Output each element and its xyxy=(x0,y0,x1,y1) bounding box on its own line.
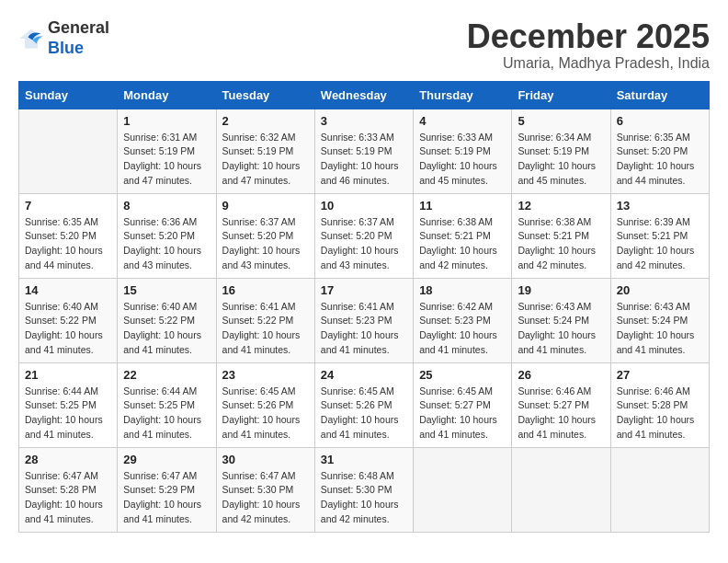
calendar-week-row: 1Sunrise: 6:31 AMSunset: 5:19 PMDaylight… xyxy=(19,109,710,193)
calendar-cell: 21Sunrise: 6:44 AMSunset: 5:25 PMDayligh… xyxy=(19,362,118,447)
day-info: Sunrise: 6:40 AMSunset: 5:22 PMDaylight:… xyxy=(123,300,210,358)
day-info: Sunrise: 6:43 AMSunset: 5:24 PMDaylight:… xyxy=(518,300,604,358)
day-number: 19 xyxy=(518,283,604,297)
day-number: 15 xyxy=(123,283,210,297)
day-number: 30 xyxy=(222,453,309,466)
calendar-cell: 20Sunrise: 6:43 AMSunset: 5:24 PMDayligh… xyxy=(610,278,709,362)
day-number: 31 xyxy=(321,453,407,466)
calendar-cell: 30Sunrise: 6:47 AMSunset: 5:30 PMDayligh… xyxy=(216,447,314,532)
calendar-cell: 8Sunrise: 6:36 AMSunset: 5:20 PMDaylight… xyxy=(118,193,216,278)
day-info: Sunrise: 6:41 AMSunset: 5:23 PMDaylight:… xyxy=(321,300,407,358)
day-number: 11 xyxy=(419,199,506,213)
calendar-cell: 9Sunrise: 6:37 AMSunset: 5:20 PMDaylight… xyxy=(216,193,314,278)
calendar-cell: 10Sunrise: 6:37 AMSunset: 5:20 PMDayligh… xyxy=(314,193,413,278)
calendar-cell: 1Sunrise: 6:31 AMSunset: 5:19 PMDaylight… xyxy=(118,109,216,193)
day-info: Sunrise: 6:44 AMSunset: 5:25 PMDaylight:… xyxy=(25,385,111,442)
title-block: December 2025 Umaria, Madhya Pradesh, In… xyxy=(467,18,710,72)
day-number: 25 xyxy=(419,368,506,382)
day-info: Sunrise: 6:32 AMSunset: 5:19 PMDaylight:… xyxy=(222,131,309,189)
calendar-cell: 5Sunrise: 6:34 AMSunset: 5:19 PMDaylight… xyxy=(512,109,610,193)
day-info: Sunrise: 6:33 AMSunset: 5:19 PMDaylight:… xyxy=(321,131,407,189)
day-info: Sunrise: 6:40 AMSunset: 5:22 PMDaylight:… xyxy=(25,300,111,358)
calendar-cell: 29Sunrise: 6:47 AMSunset: 5:29 PMDayligh… xyxy=(118,447,216,532)
calendar-week-row: 14Sunrise: 6:40 AMSunset: 5:22 PMDayligh… xyxy=(19,278,710,362)
day-number: 5 xyxy=(518,114,604,128)
month-title: December 2025 xyxy=(467,18,710,55)
calendar-cell xyxy=(610,447,709,532)
day-number: 20 xyxy=(617,283,703,297)
day-number: 18 xyxy=(419,283,506,297)
calendar-cell: 2Sunrise: 6:32 AMSunset: 5:19 PMDaylight… xyxy=(216,109,314,193)
calendar-cell: 14Sunrise: 6:40 AMSunset: 5:22 PMDayligh… xyxy=(19,278,118,362)
day-info: Sunrise: 6:31 AMSunset: 5:19 PMDaylight:… xyxy=(123,131,210,189)
day-number: 14 xyxy=(25,283,111,297)
day-info: Sunrise: 6:35 AMSunset: 5:20 PMDaylight:… xyxy=(25,215,111,273)
day-number: 9 xyxy=(222,199,309,213)
day-number: 21 xyxy=(25,368,111,382)
day-number: 16 xyxy=(222,283,309,297)
day-number: 29 xyxy=(123,453,210,466)
day-number: 7 xyxy=(25,199,111,213)
page-header: General Blue December 2025 Umaria, Madhy… xyxy=(18,18,710,72)
day-info: Sunrise: 6:47 AMSunset: 5:29 PMDaylight:… xyxy=(123,469,210,527)
day-number: 26 xyxy=(518,368,604,382)
day-info: Sunrise: 6:36 AMSunset: 5:20 PMDaylight:… xyxy=(123,215,210,273)
day-number: 10 xyxy=(321,199,407,213)
calendar-week-row: 28Sunrise: 6:47 AMSunset: 5:28 PMDayligh… xyxy=(19,447,710,532)
day-info: Sunrise: 6:39 AMSunset: 5:21 PMDaylight:… xyxy=(617,215,703,273)
calendar-cell: 28Sunrise: 6:47 AMSunset: 5:28 PMDayligh… xyxy=(19,447,118,532)
calendar-cell: 19Sunrise: 6:43 AMSunset: 5:24 PMDayligh… xyxy=(512,278,610,362)
day-number: 17 xyxy=(321,283,407,297)
day-of-week-header: Saturday xyxy=(610,81,709,109)
calendar-cell xyxy=(19,109,118,193)
day-info: Sunrise: 6:38 AMSunset: 5:21 PMDaylight:… xyxy=(518,215,604,273)
day-info: Sunrise: 6:45 AMSunset: 5:26 PMDaylight:… xyxy=(222,385,309,442)
calendar-cell: 4Sunrise: 6:33 AMSunset: 5:19 PMDaylight… xyxy=(414,109,512,193)
day-of-week-header: Monday xyxy=(118,81,216,109)
day-info: Sunrise: 6:37 AMSunset: 5:20 PMDaylight:… xyxy=(321,215,407,273)
calendar-cell: 12Sunrise: 6:38 AMSunset: 5:21 PMDayligh… xyxy=(512,193,610,278)
day-info: Sunrise: 6:47 AMSunset: 5:28 PMDaylight:… xyxy=(25,469,111,527)
calendar-cell: 7Sunrise: 6:35 AMSunset: 5:20 PMDaylight… xyxy=(19,193,118,278)
day-info: Sunrise: 6:34 AMSunset: 5:19 PMDaylight:… xyxy=(518,131,604,189)
calendar-cell: 25Sunrise: 6:45 AMSunset: 5:27 PMDayligh… xyxy=(414,362,512,447)
day-number: 22 xyxy=(123,368,210,382)
day-number: 1 xyxy=(123,114,210,128)
day-info: Sunrise: 6:33 AMSunset: 5:19 PMDaylight:… xyxy=(419,131,506,189)
day-info: Sunrise: 6:47 AMSunset: 5:30 PMDaylight:… xyxy=(222,469,309,527)
day-info: Sunrise: 6:45 AMSunset: 5:27 PMDaylight:… xyxy=(419,385,506,442)
day-number: 24 xyxy=(321,368,407,382)
day-info: Sunrise: 6:46 AMSunset: 5:27 PMDaylight:… xyxy=(518,385,604,442)
calendar-cell xyxy=(414,447,512,532)
day-number: 23 xyxy=(222,368,309,382)
day-number: 3 xyxy=(321,114,407,128)
calendar-cell: 6Sunrise: 6:35 AMSunset: 5:20 PMDaylight… xyxy=(610,109,709,193)
day-of-week-header: Sunday xyxy=(19,81,118,109)
day-number: 4 xyxy=(419,114,506,128)
calendar-cell: 22Sunrise: 6:44 AMSunset: 5:25 PMDayligh… xyxy=(118,362,216,447)
day-info: Sunrise: 6:44 AMSunset: 5:25 PMDaylight:… xyxy=(123,385,210,442)
day-number: 28 xyxy=(25,453,111,466)
calendar-header-row: SundayMondayTuesdayWednesdayThursdayFrid… xyxy=(19,81,710,109)
logo-icon xyxy=(18,26,44,52)
calendar-cell: 26Sunrise: 6:46 AMSunset: 5:27 PMDayligh… xyxy=(512,362,610,447)
day-info: Sunrise: 6:48 AMSunset: 5:30 PMDaylight:… xyxy=(321,469,407,527)
calendar-cell xyxy=(512,447,610,532)
day-number: 8 xyxy=(123,199,210,213)
calendar-cell: 24Sunrise: 6:45 AMSunset: 5:26 PMDayligh… xyxy=(314,362,413,447)
day-info: Sunrise: 6:42 AMSunset: 5:23 PMDaylight:… xyxy=(419,300,506,358)
day-of-week-header: Wednesday xyxy=(314,81,413,109)
calendar-cell: 31Sunrise: 6:48 AMSunset: 5:30 PMDayligh… xyxy=(314,447,413,532)
calendar-body: 1Sunrise: 6:31 AMSunset: 5:19 PMDaylight… xyxy=(19,109,710,532)
calendar-cell: 15Sunrise: 6:40 AMSunset: 5:22 PMDayligh… xyxy=(118,278,216,362)
calendar-week-row: 7Sunrise: 6:35 AMSunset: 5:20 PMDaylight… xyxy=(19,193,710,278)
calendar-cell: 3Sunrise: 6:33 AMSunset: 5:19 PMDaylight… xyxy=(314,109,413,193)
day-number: 12 xyxy=(518,199,604,213)
day-info: Sunrise: 6:35 AMSunset: 5:20 PMDaylight:… xyxy=(617,131,703,189)
logo: General Blue xyxy=(18,18,109,58)
calendar-cell: 18Sunrise: 6:42 AMSunset: 5:23 PMDayligh… xyxy=(414,278,512,362)
calendar-cell: 23Sunrise: 6:45 AMSunset: 5:26 PMDayligh… xyxy=(216,362,314,447)
calendar-cell: 16Sunrise: 6:41 AMSunset: 5:22 PMDayligh… xyxy=(216,278,314,362)
day-of-week-header: Friday xyxy=(512,81,610,109)
subtitle: Umaria, Madhya Pradesh, India xyxy=(467,55,710,72)
